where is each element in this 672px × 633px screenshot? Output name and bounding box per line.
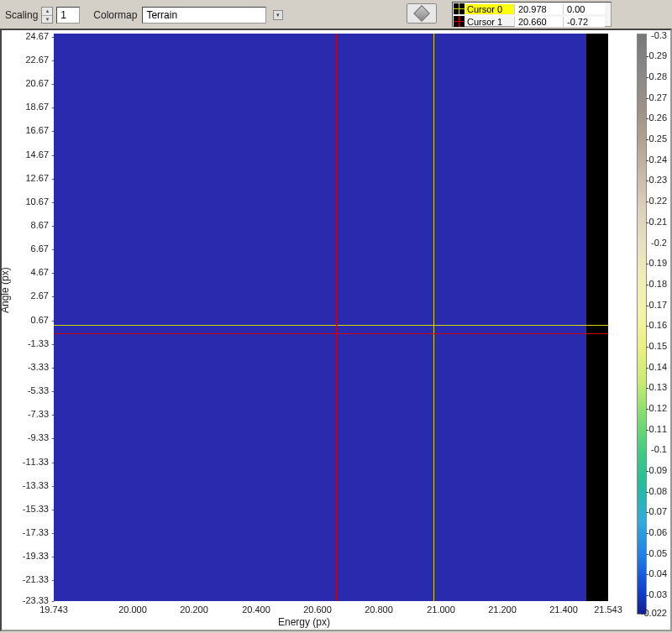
stepper-down-icon[interactable]: ▼ <box>42 16 52 24</box>
heatmap-plot[interactable] <box>54 34 608 601</box>
cursor1-y[interactable]: -0.72 <box>563 17 605 27</box>
y-tick: -5.33 <box>5 385 49 395</box>
cursor0-y[interactable]: 0.00 <box>563 4 605 14</box>
colorbar-tick: -0.29 <box>646 50 667 60</box>
y-tick: -9.33 <box>5 432 49 442</box>
colorbar-tick: -0.07 <box>646 506 667 516</box>
y-tick: -7.33 <box>5 409 49 419</box>
x-tick: 20.400 <box>242 604 270 615</box>
y-tick: -19.33 <box>5 551 49 561</box>
colorbar-tick: -0.11 <box>646 424 667 434</box>
colorbar-tick: -0.23 <box>646 175 667 185</box>
cursor1-name: Cursor 1 <box>465 17 514 27</box>
x-tick: 21.543 <box>594 604 622 615</box>
heatmap-data-region <box>54 34 586 601</box>
colorbar-tick: -0.18 <box>646 279 667 289</box>
y-tick: 14.67 <box>5 149 49 160</box>
x-tick: 19.743 <box>39 604 68 615</box>
cursor0-crosshair-icon <box>453 3 465 14</box>
colormap-label: Colormap <box>93 9 137 21</box>
colorbar-tick: -0.26 <box>646 112 667 123</box>
colormap-select[interactable]: Terrain <box>142 7 266 24</box>
diamond-icon <box>413 5 430 22</box>
y-tick: -21.33 <box>5 574 49 584</box>
plot-frame: 24.67 22.67 20.67 18.67 16.67 14.67 12.6… <box>0 29 672 631</box>
y-tick: 2.67 <box>5 290 49 301</box>
scaling-stepper[interactable]: ▲ ▼ <box>41 7 53 24</box>
cursor1-crosshair-icon <box>453 16 465 27</box>
y-tick: -1.33 <box>5 338 49 348</box>
cursor-row-1[interactable]: Cursor 1 20.660 -0.72 <box>453 15 611 28</box>
cursor1-x[interactable]: 20.660 <box>514 17 563 27</box>
x-tick: 21.200 <box>488 604 517 615</box>
colorbar-tick: -0.19 <box>646 258 667 268</box>
colorbar-tick: -0.2 <box>651 238 667 248</box>
y-tick: 12.67 <box>5 173 49 183</box>
colorbar-tick: -0.1 <box>651 444 667 454</box>
zoom-fit-button[interactable] <box>407 3 437 24</box>
colorbar-tick: -0.16 <box>646 320 667 330</box>
y-tick: 18.67 <box>5 102 49 112</box>
colorbar-tick: -0.25 <box>646 133 667 144</box>
y-tick: 20.67 <box>5 78 49 88</box>
y-tick: 16.67 <box>5 125 49 135</box>
colorbar-tick: -0.03 <box>646 589 667 599</box>
colormap-value: Terrain <box>146 9 177 21</box>
x-tick: 21.400 <box>549 604 578 615</box>
colorbar-tick: -0.13 <box>646 382 667 392</box>
cursor-row-0[interactable]: Cursor 0 20.978 0.00 <box>453 3 611 15</box>
cursor0-x[interactable]: 20.978 <box>514 4 563 14</box>
colorbar-tick: -0.28 <box>646 71 667 81</box>
colorbar-tick: -0.04 <box>646 568 667 578</box>
y-tick: 6.67 <box>5 243 49 254</box>
y-tick: -15.33 <box>5 504 49 514</box>
colorbar-tick: -0.27 <box>646 92 667 102</box>
colorbar-tick: -0.12 <box>646 403 667 413</box>
y-tick: -17.33 <box>5 527 49 537</box>
colorbar-tick: -0.08 <box>646 486 667 496</box>
x-tick: 20.600 <box>303 604 332 615</box>
scaling-label: Scaling <box>5 9 38 21</box>
x-tick: 20.800 <box>365 604 393 615</box>
cursor0-vline[interactable] <box>433 34 434 601</box>
cursor1-vline[interactable] <box>336 34 337 601</box>
colorbar-tick: -0.06 <box>646 527 667 537</box>
cursor0-name: Cursor 0 <box>465 4 514 14</box>
x-axis-label: Energy (px) <box>278 616 330 628</box>
y-tick: -13.33 <box>5 480 49 490</box>
y-tick: -11.33 <box>5 457 49 467</box>
cursor1-hline[interactable] <box>54 333 608 334</box>
colorbar-tick: -0.15 <box>646 341 667 351</box>
stepper-up-icon[interactable]: ▲ <box>42 8 52 16</box>
colorbar-tick: -0.09 <box>646 465 667 475</box>
x-tick: 21.000 <box>427 604 455 615</box>
y-tick: -3.33 <box>5 362 49 372</box>
y-tick: 0.67 <box>5 315 49 325</box>
x-tick: 20.000 <box>118 604 147 615</box>
colorbar-tick: -0.17 <box>646 300 667 310</box>
y-tick: 8.67 <box>5 220 49 230</box>
colorbar-tick: -0.22 <box>646 196 667 206</box>
colorbar-tick: -0.022 <box>641 608 667 618</box>
y-axis-label: Angle (px) <box>0 267 11 313</box>
colorbar-tick: -0.05 <box>646 548 667 558</box>
scaling-input[interactable]: 1 <box>56 7 80 24</box>
cursor-readout-table: Cursor 0 20.978 0.00 Cursor 1 20.660 -0.… <box>452 2 612 27</box>
colorbar-tick: -0.3 <box>651 30 667 40</box>
y-tick: 4.67 <box>5 267 49 277</box>
colormap-dropdown-icon[interactable]: ▾ <box>273 10 283 20</box>
y-tick: 22.67 <box>5 55 49 65</box>
colorbar-tick: -0.24 <box>646 154 667 165</box>
colorbar-tick: -0.21 <box>646 217 667 227</box>
colorbar-tick: -0.14 <box>646 362 667 372</box>
y-tick: 24.67 <box>5 31 49 41</box>
y-tick: 10.67 <box>5 196 49 207</box>
x-tick: 20.200 <box>180 604 208 615</box>
cursor0-hline[interactable] <box>54 325 608 326</box>
